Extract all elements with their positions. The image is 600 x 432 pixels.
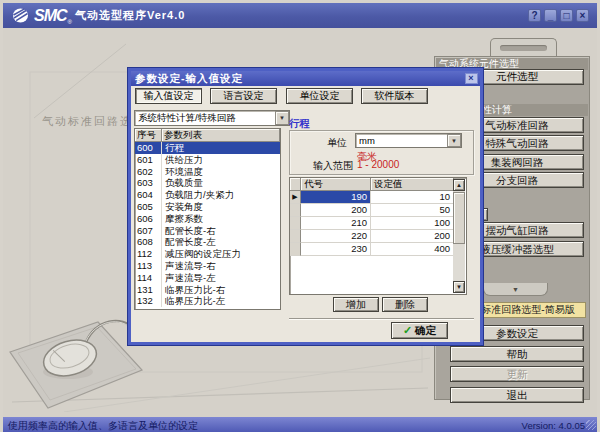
param-no: 114 <box>135 272 162 284</box>
sidebar-button[interactable]: 帮助 <box>450 346 584 362</box>
param-no: 608 <box>135 236 162 248</box>
parameter-list: 序号 参数列表 600行程601供给压力602环境温度603负载质量604负载阻… <box>134 128 281 310</box>
scroll-up-icon[interactable]: ▲ <box>453 179 465 191</box>
header-selector <box>290 178 301 191</box>
dialog-tab[interactable]: 输入值设定 <box>135 88 202 104</box>
code-cell[interactable]: 200 <box>301 204 371 217</box>
dialog-tab[interactable]: 单位设定 <box>286 88 353 104</box>
ok-button[interactable]: ✓ 确定 <box>391 322 448 339</box>
close-button[interactable]: × <box>576 9 589 22</box>
dialog-tab-row: 输入值设定语言设定单位设定软件版本 <box>131 88 480 104</box>
dialog-tab[interactable]: 软件版本 <box>361 88 428 104</box>
grid-scrollbar[interactable]: ▲ ▼ <box>453 179 465 293</box>
param-no: 602 <box>135 166 162 178</box>
dialog-title: 参数设定-输入值设定 <box>135 72 243 84</box>
param-name: 配管长度-右 <box>162 225 280 237</box>
param-name: 声速流导-左 <box>162 272 280 284</box>
add-button[interactable]: 增加 <box>333 297 379 312</box>
resize-grip[interactable] <box>586 420 596 430</box>
param-list-row[interactable]: 600行程 <box>135 142 280 154</box>
unit-label: 单位 <box>327 136 347 150</box>
row-selector <box>290 204 301 217</box>
ok-label: 确定 <box>415 324 436 338</box>
chevron-down-icon[interactable]: ▼ <box>447 134 461 147</box>
value-cell[interactable]: 100 <box>371 217 454 230</box>
parameter-name-label: 行程 <box>289 117 310 131</box>
param-no: 603 <box>135 177 162 189</box>
header-name: 参数列表 <box>162 129 280 142</box>
param-list-row[interactable]: 131临界压力比-右 <box>135 284 280 296</box>
parameter-list-header: 序号 参数列表 <box>135 129 280 142</box>
sidebar-top-handle <box>490 38 557 56</box>
param-list-row[interactable]: 114声速流导-左 <box>135 272 280 284</box>
checkmark-icon: ✓ <box>403 324 412 337</box>
param-name: 负载阻力/夹紧力 <box>162 189 280 201</box>
help-button[interactable]: ? <box>528 9 541 22</box>
value-cell[interactable]: 50 <box>371 204 454 217</box>
param-list-row[interactable]: 606摩擦系数 <box>135 213 280 225</box>
mouse-sketch <box>6 310 146 410</box>
grid-row[interactable]: 210100 <box>290 217 466 230</box>
sidebar-button[interactable]: 退出 <box>450 387 584 403</box>
row-selector <box>290 230 301 243</box>
grid-row[interactable]: 20050 <box>290 204 466 217</box>
code-cell[interactable]: 190 <box>301 191 371 204</box>
value-cell[interactable]: 10 <box>371 191 454 204</box>
collapse-tab[interactable]: ▼ <box>483 283 548 296</box>
parameter-list-rows: 600行程601供给压力602环境温度603负载质量604负载阻力/夹紧力605… <box>135 142 280 307</box>
param-name: 供给压力 <box>162 154 280 166</box>
header-value: 设定值 <box>371 178 454 191</box>
delete-button[interactable]: 删除 <box>382 297 428 312</box>
param-name: 行程 <box>162 142 280 154</box>
code-cell[interactable]: 220 <box>301 230 371 243</box>
param-no: 604 <box>135 189 162 201</box>
smc-logo-text: SMC <box>34 7 67 25</box>
handle-bar <box>500 45 547 51</box>
param-list-row[interactable]: 132临界压力比-左 <box>135 295 280 307</box>
param-name: 安装角度 <box>162 201 280 213</box>
scrollbar-thumb[interactable] <box>453 192 465 244</box>
param-name: 减压阀的设定压力 <box>162 248 280 260</box>
param-no: 605 <box>135 201 162 213</box>
param-list-row[interactable]: 607配管长度-右 <box>135 225 280 237</box>
dialog-titlebar[interactable]: 参数设定-输入值设定 × <box>131 71 480 86</box>
maximize-button[interactable]: □ <box>560 9 573 22</box>
param-list-row[interactable]: 602环境温度 <box>135 166 280 178</box>
sidebar-button[interactable]: 更新 <box>450 366 584 382</box>
param-list-row[interactable]: 604负载阻力/夹紧力 <box>135 189 280 201</box>
param-name: 环境温度 <box>162 166 280 178</box>
value-grid-header: 代号 设定值 <box>290 178 466 191</box>
caption-buttons: ? _ □ × <box>528 9 589 22</box>
grid-row[interactable]: ▶19010 <box>290 191 466 204</box>
param-list-row[interactable]: 605安装角度 <box>135 201 280 213</box>
param-list-row[interactable]: 608配管长度-左 <box>135 236 280 248</box>
value-cell[interactable]: 400 <box>371 243 454 256</box>
scroll-down-icon[interactable]: ▼ <box>453 281 465 293</box>
code-cell[interactable]: 230 <box>301 243 371 256</box>
code-cell[interactable]: 210 <box>301 217 371 230</box>
param-no: 132 <box>135 295 162 307</box>
status-message: 使用频率高的输入值、多语言及单位的设定 <box>8 419 198 432</box>
dialog-close-icon[interactable]: × <box>465 73 478 84</box>
window-titlebar: SMC ® 气动选型程序Ver4.0 ? _ □ × <box>3 3 597 28</box>
param-name: 临界压力比-右 <box>162 284 280 296</box>
param-list-row[interactable]: 112减压阀的设定压力 <box>135 248 280 260</box>
version-label: Version: 4.0.05 <box>522 420 585 431</box>
row-pointer-icon: ▶ <box>290 191 301 204</box>
param-list-row[interactable]: 113声速流导-右 <box>135 260 280 272</box>
value-cell[interactable]: 200 <box>371 230 454 243</box>
param-list-row[interactable]: 601供给压力 <box>135 154 280 166</box>
param-no: 112 <box>135 248 162 260</box>
grid-row[interactable]: 220200 <box>290 230 466 243</box>
param-no: 600 <box>135 142 162 154</box>
range-value: 1 - 20000 <box>357 159 399 170</box>
grid-row[interactable]: 230400 <box>290 243 466 256</box>
row-selector <box>290 217 301 230</box>
dialog-tab[interactable]: 语言设定 <box>210 88 277 104</box>
param-list-row[interactable]: 603负载质量 <box>135 177 280 189</box>
category-dropdown[interactable]: 系统特性计算/特殊回路 ▼ <box>134 110 290 126</box>
minimize-button[interactable]: _ <box>544 9 557 22</box>
window-title: 气动选型程序Ver4.0 <box>75 8 185 23</box>
chevron-down-icon[interactable]: ▼ <box>275 111 289 125</box>
unit-dropdown[interactable]: mm ▼ <box>355 133 462 148</box>
